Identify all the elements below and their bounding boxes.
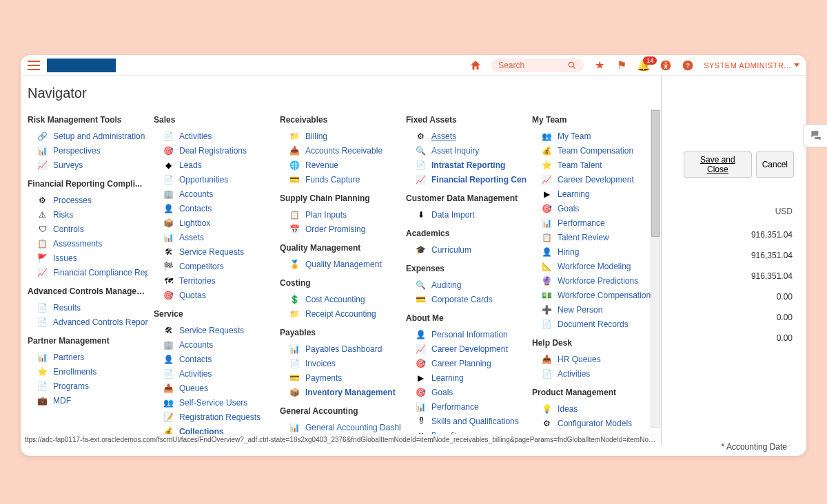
nav-item[interactable]: ⚙Assets	[406, 129, 527, 143]
nav-item[interactable]: 📄Document Records	[532, 317, 653, 331]
nav-item[interactable]: 🛡Controls	[28, 222, 148, 236]
nav-item[interactable]: ▶Learning	[532, 187, 653, 201]
nav-item[interactable]: 🛠Service Requests	[154, 244, 274, 259]
nav-item[interactable]: 💰Collections	[154, 424, 274, 434]
nav-item[interactable]: 📈Career Development	[532, 172, 653, 187]
nav-item[interactable]: 🎖Skills and Qualifications	[406, 414, 527, 428]
nav-item[interactable]: 🛠Service Requests	[154, 323, 274, 337]
search-icon[interactable]	[567, 61, 577, 70]
nav-item[interactable]: 🗺Territories	[154, 273, 274, 288]
chat-widget-icon[interactable]	[804, 124, 827, 147]
search-field[interactable]	[491, 59, 584, 72]
search-input[interactable]	[498, 61, 540, 70]
nav-item[interactable]: 🚩Issues	[28, 251, 148, 265]
nav-item[interactable]: 📈Financial Reporting Center	[406, 172, 527, 187]
nav-item[interactable]: 📊General Accounting Dashboard	[280, 420, 400, 434]
flag-icon[interactable]: ⚑	[615, 59, 628, 72]
nav-item[interactable]: 📊Perspectives	[28, 143, 148, 158]
nav-item[interactable]: 💲Cost Accounting	[280, 292, 400, 306]
nav-item[interactable]: 🔗Setup and Administration	[28, 129, 148, 143]
save-close-button[interactable]: Save and Close	[684, 151, 752, 178]
nav-item[interactable]: 📊Payables Dashboard	[280, 342, 400, 356]
nav-item[interactable]: 💰Team Compensation	[532, 143, 653, 158]
hamburger-icon[interactable]	[28, 61, 40, 70]
nav-item[interactable]: ❤Benefits	[406, 428, 527, 434]
nav-item[interactable]: 💳Payments	[280, 370, 400, 385]
nav-item[interactable]: 📈Financial Compliance Reports	[28, 265, 148, 280]
home-icon[interactable]	[469, 59, 482, 72]
nav-item[interactable]: ▶Learning	[406, 370, 527, 385]
nav-item[interactable]: 🎓Curriculum	[406, 242, 527, 257]
nav-item[interactable]: 📄Activities	[154, 366, 274, 381]
nav-item[interactable]: 🔮Workforce Predictions	[532, 273, 653, 288]
nav-item[interactable]: 👤Hiring	[532, 244, 653, 259]
nav-item[interactable]: 👤Contacts	[154, 201, 274, 216]
nav-item[interactable]: 👤Contacts	[154, 352, 274, 366]
nav-item[interactable]: 🎯Quotas	[154, 288, 274, 302]
nav-item[interactable]: 📦Product Information Managemen...	[532, 430, 653, 434]
nav-item[interactable]: ⚙Configurator Models	[532, 416, 653, 430]
nav-item[interactable]: 📁Receipt Accounting	[280, 306, 400, 321]
nav-item[interactable]: 🎯Goals	[406, 385, 527, 399]
nav-item[interactable]: 🔍Asset Inquiry	[406, 143, 527, 158]
nav-item[interactable]: 📥Accounts Receivable	[280, 143, 400, 158]
nav-item[interactable]: 💡Ideas	[532, 401, 653, 416]
nav-item[interactable]: ➕New Person	[532, 302, 653, 317]
nav-item[interactable]: 💵Workforce Compensation	[532, 288, 653, 302]
nav-item[interactable]: 📊Assets	[154, 230, 274, 244]
nav-item[interactable]: 📄Activities	[154, 129, 274, 143]
nav-item[interactable]: ⚠Risks	[28, 207, 148, 222]
nav-item[interactable]: 📦Inventory Management	[280, 385, 400, 399]
nav-item[interactable]: 📊Performance	[532, 216, 653, 230]
nav-item[interactable]: 📈Surveys	[28, 158, 148, 172]
nav-item[interactable]: 👥My Team	[532, 129, 653, 143]
nav-item[interactable]: 📈Career Development	[406, 342, 527, 356]
nav-item[interactable]: 📐Workforce Modeling	[532, 259, 653, 273]
nav-item[interactable]: 💼MDF	[28, 393, 148, 408]
nav-item[interactable]: 📄Intrastat Reporting	[406, 158, 527, 172]
nav-item[interactable]: 👤Personal Information	[406, 327, 527, 342]
notifications-icon[interactable]: 🔔14	[637, 59, 650, 72]
nav-item[interactable]: 🎯Career Planning	[406, 356, 527, 370]
nav-item[interactable]: ⚙Processes	[28, 193, 148, 207]
nav-item[interactable]: ⭐Team Talent	[532, 158, 653, 172]
scrollbar-thumb[interactable]	[651, 110, 660, 237]
nav-item[interactable]: 📄Advanced Controls Reports	[28, 315, 148, 329]
nav-item[interactable]: 👥Self-Service Users	[154, 395, 274, 410]
nav-item[interactable]: 🏢Accounts	[154, 187, 274, 201]
nav-item[interactable]: 📄Opportunities	[154, 172, 274, 187]
nav-item[interactable]: 🎯Deal Registrations	[154, 143, 274, 158]
favorites-icon[interactable]: ★	[593, 59, 606, 72]
nav-item[interactable]: 📦Lightbox	[154, 216, 274, 230]
nav-item[interactable]: 🏢Accounts	[154, 337, 274, 352]
nav-item[interactable]: 💳Corporate Cards	[406, 292, 527, 306]
nav-item[interactable]: 📋Talent Review	[532, 230, 653, 244]
nav-item[interactable]: ⭐Enrollments	[28, 364, 148, 379]
nav-item[interactable]: 📄Activities	[532, 366, 653, 381]
nav-item[interactable]: 📊Partners	[28, 350, 148, 364]
scrollbar[interactable]	[651, 109, 660, 428]
nav-item[interactable]: 📋Assessments	[28, 236, 148, 251]
user-menu[interactable]: SYSTEM ADMINISTR...	[704, 61, 799, 70]
nav-item[interactable]: 📁Billing	[280, 129, 400, 143]
nav-item[interactable]: 📅Order Promising	[280, 222, 400, 236]
nav-item[interactable]: 📝Registration Requests	[154, 410, 274, 424]
nav-item[interactable]: 🔍Auditing	[406, 277, 527, 292]
nav-item[interactable]: 💳Funds Capture	[280, 172, 400, 187]
cancel-button[interactable]: Cancel	[756, 151, 794, 178]
accessibility-icon[interactable]	[660, 59, 672, 72]
nav-item[interactable]: 📄Invoices	[280, 356, 400, 370]
nav-item[interactable]: 🏁Competitors	[154, 259, 274, 273]
nav-item[interactable]: 🎯Goals	[532, 201, 653, 216]
nav-item[interactable]: 🏅Quality Management	[280, 257, 400, 271]
nav-item[interactable]: ◆Leads	[154, 158, 274, 172]
nav-item[interactable]: 📋Plan Inputs	[280, 207, 400, 222]
nav-item[interactable]: 📄Programs	[28, 379, 148, 393]
nav-item[interactable]: 🌐Revenue	[280, 158, 400, 172]
nav-item[interactable]: 📥Queues	[154, 381, 274, 395]
help-icon[interactable]: ?	[682, 59, 694, 72]
nav-item[interactable]: 📥HR Queues	[532, 352, 653, 366]
nav-item[interactable]: ⬇Data Import	[406, 207, 527, 222]
nav-item[interactable]: 📄Results	[28, 300, 148, 315]
nav-item[interactable]: 📊Performance	[406, 399, 527, 414]
